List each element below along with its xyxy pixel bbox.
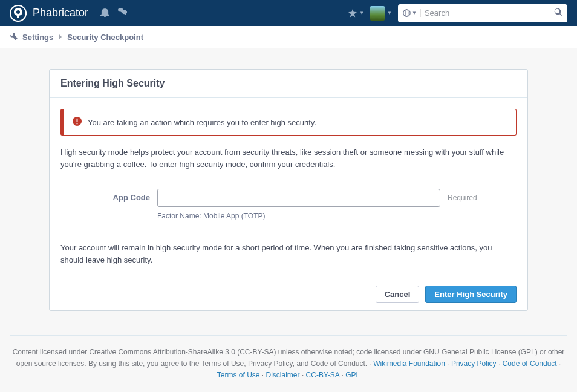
globe-icon xyxy=(403,9,411,17)
favorites-dropdown[interactable]: ▼ xyxy=(348,9,364,18)
star-icon xyxy=(348,9,357,18)
breadcrumb-security: Security Checkpoint xyxy=(67,33,143,42)
footer-link-disclaimer[interactable]: Disclaimer xyxy=(266,371,300,379)
header-icons xyxy=(100,8,128,19)
app-code-input[interactable] xyxy=(157,189,440,207)
app-code-row: App Code Required xyxy=(60,189,517,207)
page-footer: Content licensed under Creative Commons … xyxy=(10,335,567,382)
svg-rect-5 xyxy=(77,119,78,122)
header-right: ▼ ▼ ▼ xyxy=(348,4,567,22)
app-header: Phabricator ▼ ▼ ▼ xyxy=(0,0,577,26)
search-box: ▼ xyxy=(398,4,567,22)
bell-icon[interactable] xyxy=(100,8,109,19)
alert-banner: You are taking an action which requires … xyxy=(60,109,517,136)
info-text: High security mode helps protect your ac… xyxy=(60,146,517,171)
security-card: Entering High Security You are taking an… xyxy=(49,69,528,311)
user-menu[interactable]: ▼ xyxy=(370,6,392,21)
wrench-icon xyxy=(10,32,18,42)
svg-point-0 xyxy=(10,5,26,21)
chevron-down-icon: ▼ xyxy=(412,10,417,16)
app-title[interactable]: Phabricator xyxy=(33,7,88,19)
footer-link-terms[interactable]: Terms of Use xyxy=(217,371,260,379)
search-icon[interactable] xyxy=(554,8,562,18)
chevron-right-icon xyxy=(58,33,62,42)
footer-link-privacy[interactable]: Privacy Policy xyxy=(451,359,497,368)
main-content: Entering High Security You are taking an… xyxy=(39,69,538,311)
chevron-down-icon: ▼ xyxy=(359,10,364,16)
breadcrumb: Settings Security Checkpoint xyxy=(0,26,577,48)
exclamation-icon xyxy=(73,117,82,128)
card-footer: Cancel Enter High Security xyxy=(50,278,527,310)
footer-link-conduct[interactable]: Code of Conduct xyxy=(503,359,557,368)
avatar xyxy=(370,6,385,21)
required-text: Required xyxy=(448,194,477,202)
search-input[interactable] xyxy=(425,8,554,18)
enter-high-security-button[interactable]: Enter High Security xyxy=(425,286,517,303)
form-control-wrap: Required xyxy=(157,189,517,207)
app-code-label: App Code xyxy=(60,189,157,202)
card-title: Entering High Security xyxy=(60,78,517,89)
chevron-down-icon: ▼ xyxy=(387,10,392,16)
footer-link-wikimedia[interactable]: Wikimedia Foundation xyxy=(373,359,445,368)
footer-text: Your account will remain in high securit… xyxy=(60,242,517,266)
factor-name: Factor Name: Mobile App (TOTP) xyxy=(157,212,517,220)
phabricator-logo-icon[interactable] xyxy=(10,5,27,22)
footer-link-ccbysa[interactable]: CC-BY-SA xyxy=(306,371,340,379)
card-header: Entering High Security xyxy=(50,70,527,98)
alert-text: You are taking an action which requires … xyxy=(88,118,316,127)
chat-icon[interactable] xyxy=(118,8,128,19)
cancel-button[interactable]: Cancel xyxy=(376,286,420,303)
card-body: You are taking an action which requires … xyxy=(50,98,527,278)
breadcrumb-settings[interactable]: Settings xyxy=(22,33,53,42)
search-scope-dropdown[interactable]: ▼ xyxy=(403,9,421,17)
footer-link-gpl[interactable]: GPL xyxy=(345,371,360,379)
svg-rect-6 xyxy=(77,123,78,124)
